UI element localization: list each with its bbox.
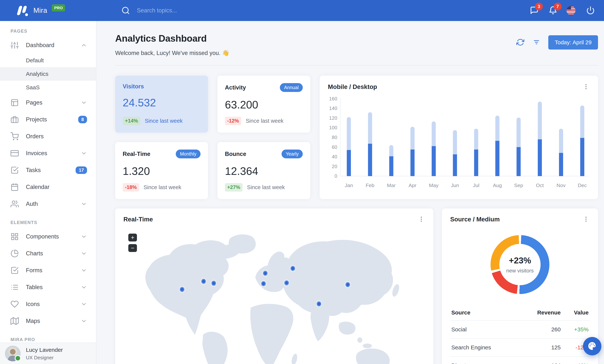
stat-footer: +27%Since last week <box>225 183 303 192</box>
svg-text:Jun: Jun <box>451 183 459 188</box>
sidebar-subitem-saas[interactable]: SaaS <box>0 81 96 94</box>
sidebar-item-tasks[interactable]: Tasks17 <box>0 162 96 179</box>
theme-palette-button[interactable] <box>583 337 601 355</box>
brand[interactable]: Mira PRO <box>0 4 65 17</box>
sidebar-item-label: Forms <box>26 267 42 274</box>
sidebar-item-maps[interactable]: Maps <box>0 313 96 329</box>
map-marker[interactable] <box>283 279 290 286</box>
main-content: Analytics Dashboard Welcome back, Lucy! … <box>96 21 604 364</box>
bar-desktop-nov <box>559 129 563 153</box>
stat-card-head: ActivityAnnual <box>225 83 303 92</box>
sidebar-item-icons[interactable]: Icons <box>0 296 96 313</box>
bell-icon <box>549 13 557 15</box>
source-cell: Direct <box>450 356 519 364</box>
map-marker[interactable] <box>200 278 207 285</box>
map-zoom-out-button[interactable]: − <box>128 244 137 252</box>
header-divider <box>115 65 598 65</box>
map-menu-button[interactable] <box>417 216 425 223</box>
stat-card-real-time: Real-TimeMonthly1.320-18%Since last week <box>115 142 208 199</box>
sidebar-item-auth[interactable]: Auth <box>0 196 96 213</box>
bar-mobile-apr <box>410 150 415 176</box>
header-actions: Today: April 29 <box>516 35 598 50</box>
list-icon <box>11 283 19 291</box>
stat-period-badge[interactable]: Monthly <box>176 150 201 158</box>
avatar <box>5 346 21 361</box>
us-flag-icon <box>566 6 576 15</box>
sidebar-item-projects[interactable]: Projects8 <box>0 111 96 128</box>
sidebar-item-charts[interactable]: Charts <box>0 245 96 262</box>
chevron-up-icon <box>81 42 87 48</box>
sidebar-subitem-default[interactable]: Default <box>0 54 96 67</box>
messages-button[interactable]: 3 <box>529 5 540 16</box>
language-button[interactable] <box>566 5 577 16</box>
map-landmass <box>145 234 401 364</box>
stat-card-activity: ActivityAnnual63.200-12%Since last week <box>217 75 310 133</box>
chevron-down-icon <box>81 267 87 274</box>
bar-desktop-sep <box>516 118 521 147</box>
sidebar-item-calendar[interactable]: Calendar <box>0 179 96 196</box>
bar-desktop-dec <box>580 105 584 138</box>
bar-desktop-may <box>432 121 436 146</box>
search <box>121 6 264 15</box>
sidebar-item-pages[interactable]: Pages <box>0 94 96 111</box>
svg-text:Jan: Jan <box>345 183 353 188</box>
mobile-desktop-card: Mobile / Desktop 020406080100120140160Ja… <box>320 75 598 199</box>
filter-button[interactable] <box>532 38 541 47</box>
calendar-icon <box>11 183 19 191</box>
sidebar-item-components[interactable]: Components <box>0 228 96 245</box>
source-medium-card: Source / Medium +23% new visitors Source… <box>442 208 598 364</box>
stat-card-bounce: BounceYearly12.364+27%Since last week <box>217 142 310 199</box>
source-menu-button[interactable] <box>582 216 590 223</box>
refresh-button[interactable] <box>516 38 525 47</box>
stat-card-head: Real-TimeMonthly <box>123 150 201 158</box>
bar-desktop-apr <box>410 127 415 150</box>
sidebar: PAGESDashboardDefaultAnalyticsSaaSPagesP… <box>0 21 96 364</box>
svg-text:Feb: Feb <box>366 183 374 188</box>
palette-icon <box>588 341 597 351</box>
search-input[interactable] <box>136 7 250 14</box>
map-marker[interactable] <box>345 281 351 288</box>
stat-period-badge[interactable]: Yearly <box>282 150 303 158</box>
sidebar-item-forms[interactable]: Forms <box>0 262 96 279</box>
svg-text:Apr: Apr <box>409 183 416 188</box>
sidebar-item-orders[interactable]: Orders <box>0 128 96 145</box>
sidebar-item-dashboard[interactable]: Dashboard <box>0 37 96 54</box>
source-medium-title: Source / Medium <box>450 216 500 223</box>
sidebar-item-invoices[interactable]: Invoices <box>0 145 96 162</box>
value-cell: +35% <box>562 320 590 339</box>
online-status-dot <box>15 355 21 361</box>
value-cell: +46% <box>562 356 590 364</box>
chart-menu-button[interactable] <box>582 83 590 91</box>
heart-icon <box>11 300 19 308</box>
stat-footer: +14%Since last week <box>123 117 201 125</box>
donut-center-label: new visitors <box>506 268 534 274</box>
map-zoom-in-button[interactable]: + <box>128 234 137 241</box>
stat-card-head: Visitors <box>123 83 201 90</box>
stat-title: Bounce <box>225 151 246 157</box>
world-map[interactable] <box>124 227 425 364</box>
stat-footer: -12%Since last week <box>225 117 303 125</box>
sidebar-subitem-analytics[interactable]: Analytics <box>0 67 96 81</box>
sidebar-item-tables[interactable]: Tables <box>0 279 96 296</box>
map-marker[interactable] <box>289 265 296 272</box>
map-marker[interactable] <box>316 301 322 307</box>
map-marker[interactable] <box>262 270 268 277</box>
notifications-button[interactable]: 7 <box>548 5 558 16</box>
top-navbar: Mira PRO 3 7 <box>0 0 604 21</box>
signout-button[interactable] <box>585 5 596 16</box>
map-marker[interactable] <box>179 286 185 293</box>
stat-footer: -18%Since last week <box>123 183 201 192</box>
map-marker[interactable] <box>260 280 267 287</box>
today-button[interactable]: Today: April 29 <box>548 35 598 50</box>
bar-desktop-jul <box>474 129 478 150</box>
source-table-header: Source <box>450 305 519 320</box>
sidebar-item-label: Charts <box>26 250 43 257</box>
stat-period-badge[interactable]: Annual <box>280 83 303 92</box>
user-footer[interactable]: Lucy Lavender UX Designer <box>0 343 96 364</box>
donut-chart: +23% new visitors <box>491 235 549 294</box>
map-marker[interactable] <box>211 280 217 287</box>
sidebar-item-label: Components <box>26 233 59 240</box>
bar-mobile-feb <box>368 144 372 176</box>
mira-logo-icon <box>16 4 29 17</box>
stats-row: Visitors24.532+14%Since last weekActivit… <box>115 75 598 199</box>
